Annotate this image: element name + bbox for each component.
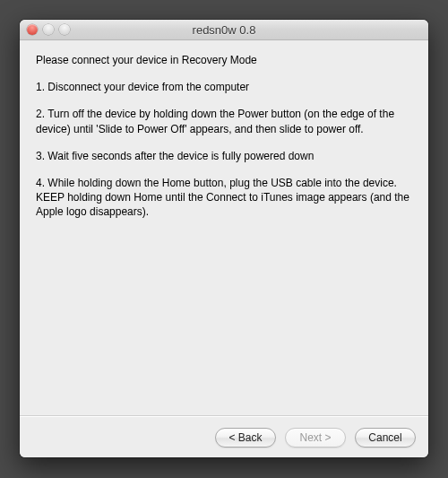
window-title: redsn0w 0.8 <box>20 23 428 37</box>
step-1: 1. Disconnect your device from the compu… <box>36 80 412 94</box>
content-area: Please connect your device in Recovery M… <box>20 40 428 415</box>
step-4: 4. While holding down the Home button, p… <box>36 176 412 220</box>
minimize-icon[interactable] <box>43 24 54 35</box>
step-2: 2. Turn off the device by holding down t… <box>36 107 412 135</box>
zoom-icon[interactable] <box>59 24 70 35</box>
app-window: redsn0w 0.8 Please connect your device i… <box>20 20 428 457</box>
step-3: 3. Wait five seconds after the device is… <box>36 149 412 163</box>
close-icon[interactable] <box>27 24 38 35</box>
next-button: Next > <box>285 428 346 448</box>
titlebar: redsn0w 0.8 <box>20 20 428 40</box>
intro-text: Please connect your device in Recovery M… <box>36 53 412 67</box>
footer-bar: < Back Next > Cancel <box>20 415 428 457</box>
back-button[interactable]: < Back <box>215 428 276 448</box>
cancel-button[interactable]: Cancel <box>355 428 416 448</box>
traffic-lights <box>20 24 70 35</box>
